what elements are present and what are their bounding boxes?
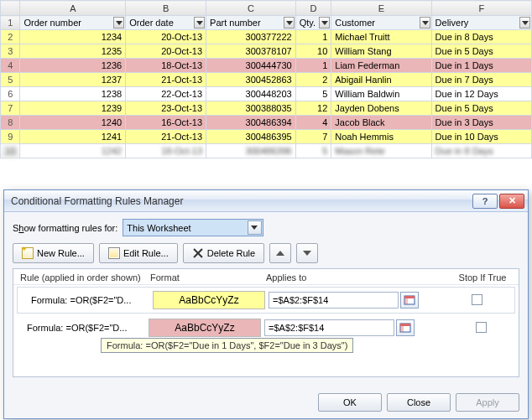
row-header[interactable]: 9 (1, 130, 20, 144)
cell[interactable]: 22-Oct-13 (126, 87, 206, 101)
help-button[interactable]: ? (472, 194, 498, 209)
table-row[interactable]: 5123721-Oct-133004528632Abigail HanlinDu… (1, 73, 532, 87)
field-header[interactable]: Order number (20, 16, 126, 30)
row-header[interactable]: 3 (1, 44, 20, 59)
cell[interactable]: 4 (295, 116, 331, 130)
row-header[interactable]: 6 (1, 87, 20, 101)
cell[interactable]: 1239 (20, 101, 126, 116)
cell[interactable]: 5 (295, 87, 331, 101)
cell[interactable]: William Stang (331, 44, 431, 59)
cell[interactable]: 1 (295, 30, 331, 44)
cell[interactable]: 300486395 (206, 130, 296, 144)
cell[interactable]: 1237 (20, 73, 126, 87)
cell[interactable]: 20-Oct-13 (126, 44, 206, 59)
cell[interactable]: 300448203 (206, 87, 296, 101)
field-header[interactable]: Delivery (431, 16, 531, 30)
table-row[interactable]: 10124218-Oct-133004863965Mason ReteDue i… (1, 144, 532, 158)
cell[interactable]: 300486394 (206, 116, 296, 130)
cell[interactable]: 23-Oct-13 (126, 101, 206, 116)
cell[interactable]: 1242 (20, 144, 126, 158)
cell[interactable]: 12 (295, 101, 331, 116)
cell[interactable]: Jacob Black (331, 116, 431, 130)
cell[interactable]: Due in 1 Days (431, 59, 531, 73)
cell[interactable]: Due in 5 Days (431, 44, 531, 59)
edit-rule-button[interactable]: Edit Rule... (99, 243, 178, 263)
filter-icon[interactable] (284, 17, 295, 29)
rule-row[interactable]: Formula: =OR($F2="D...AaBbCcYyZz (17, 287, 515, 314)
cell[interactable]: Due in 10 Days (431, 130, 531, 144)
filter-icon[interactable] (194, 17, 205, 29)
cell[interactable]: Due in 5 Days (431, 101, 531, 116)
cell[interactable]: Due in 8 Days (431, 30, 531, 44)
cell[interactable]: 2 (295, 73, 331, 87)
row-header[interactable]: 7 (1, 101, 20, 116)
cell[interactable]: 21-Oct-13 (126, 130, 206, 144)
new-rule-button[interactable]: New Rule... (13, 243, 94, 263)
cell[interactable]: Jayden Dobens (331, 101, 431, 116)
stop-if-true-checkbox[interactable] (472, 294, 482, 305)
move-up-button[interactable] (269, 243, 291, 263)
chevron-down-icon[interactable] (248, 220, 262, 235)
cell[interactable]: Mason Rete (331, 144, 431, 158)
cell[interactable]: Due in 7 Days (431, 73, 531, 87)
rule-row[interactable]: Formula: =OR($F2="D...AaBbCcYyZz (13, 315, 519, 340)
cell[interactable]: 1240 (20, 116, 126, 130)
cell[interactable]: 16-Oct-13 (126, 116, 206, 130)
cell[interactable]: William Baldwin (331, 87, 431, 101)
row-header[interactable]: 10 (1, 144, 20, 158)
col-header-F[interactable]: F (431, 1, 531, 16)
filter-icon[interactable] (420, 17, 430, 29)
dialog-titlebar[interactable]: Conditional Formatting Rules Manager ? ✕ (4, 190, 528, 212)
filter-icon[interactable] (319, 17, 330, 29)
row-header[interactable]: 2 (1, 30, 20, 44)
cell[interactable]: 18-Oct-13 (126, 144, 206, 158)
cell[interactable]: 300378107 (206, 44, 296, 59)
cell[interactable]: 300377222 (206, 30, 296, 44)
cell[interactable]: Due in 8 Days (431, 144, 531, 158)
row-header[interactable]: 4 (1, 59, 20, 73)
cell[interactable]: Liam Federman (331, 59, 431, 73)
cell[interactable]: 18-Oct-13 (126, 59, 206, 73)
cell[interactable]: 300444730 (206, 59, 296, 73)
field-header[interactable]: Qty. (295, 16, 331, 30)
applies-to-input[interactable] (269, 292, 399, 309)
cell[interactable]: 10 (295, 44, 331, 59)
cell[interactable]: 1234 (20, 30, 126, 44)
stop-if-true-checkbox[interactable] (476, 322, 487, 333)
cell[interactable]: 1238 (20, 87, 126, 101)
select-all-corner[interactable] (1, 1, 20, 16)
move-down-button[interactable] (296, 243, 318, 263)
cell[interactable]: 300452863 (206, 73, 296, 87)
cell[interactable]: Noah Hemmis (331, 130, 431, 144)
cell[interactable]: 5 (295, 144, 331, 158)
range-picker-icon[interactable] (396, 319, 415, 336)
field-header[interactable]: Customer (331, 16, 431, 30)
close-button[interactable]: Close (387, 393, 451, 412)
applies-to-input[interactable] (264, 319, 394, 336)
table-row[interactable]: 4123618-Oct-133004447301Liam FedermanDue… (1, 59, 532, 73)
cell[interactable]: 1241 (20, 130, 126, 144)
ok-button[interactable]: OK (318, 393, 382, 412)
cell[interactable]: 1236 (20, 59, 126, 73)
field-header[interactable]: Order date (126, 16, 206, 30)
cell[interactable]: Michael Truitt (331, 30, 431, 44)
row-header[interactable]: 8 (1, 116, 20, 130)
cell[interactable]: Due in 3 Days (431, 116, 531, 130)
table-row[interactable]: 9124121-Oct-133004863957Noah HemmisDue i… (1, 130, 532, 144)
cell[interactable]: 300486396 (206, 144, 296, 158)
col-header-B[interactable]: B (126, 1, 206, 16)
cell[interactable]: 21-Oct-13 (126, 73, 206, 87)
cell[interactable]: Abigail Hanlin (331, 73, 431, 87)
cell[interactable]: 1 (295, 59, 331, 73)
cell[interactable]: 300388035 (206, 101, 296, 116)
table-row[interactable]: 7123923-Oct-1330038803512Jayden DobensDu… (1, 101, 532, 116)
table-row[interactable]: 2123420-Oct-133003772221Michael TruittDu… (1, 30, 532, 44)
col-header-E[interactable]: E (331, 1, 431, 16)
show-rules-combo[interactable]: This Worksheet (123, 219, 263, 236)
table-row[interactable]: 8124016-Oct-133004863944Jacob BlackDue i… (1, 116, 532, 130)
delete-rule-button[interactable]: Delete Rule (183, 243, 265, 263)
row-header[interactable]: 5 (1, 73, 20, 87)
cell[interactable]: Due in 12 Days (431, 87, 531, 101)
col-header-A[interactable]: A (20, 1, 126, 16)
cell[interactable]: 7 (295, 130, 331, 144)
